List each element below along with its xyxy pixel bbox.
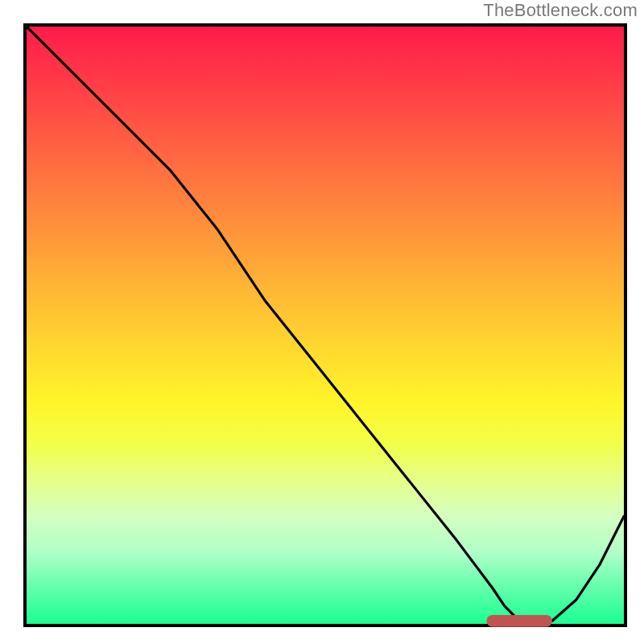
bottleneck-curve — [27, 27, 624, 621]
chart-svg — [27, 27, 624, 624]
chart-frame — [23, 23, 627, 627]
optimal-range-marker — [486, 615, 552, 627]
credit-text: TheBottleneck.com — [483, 0, 638, 21]
